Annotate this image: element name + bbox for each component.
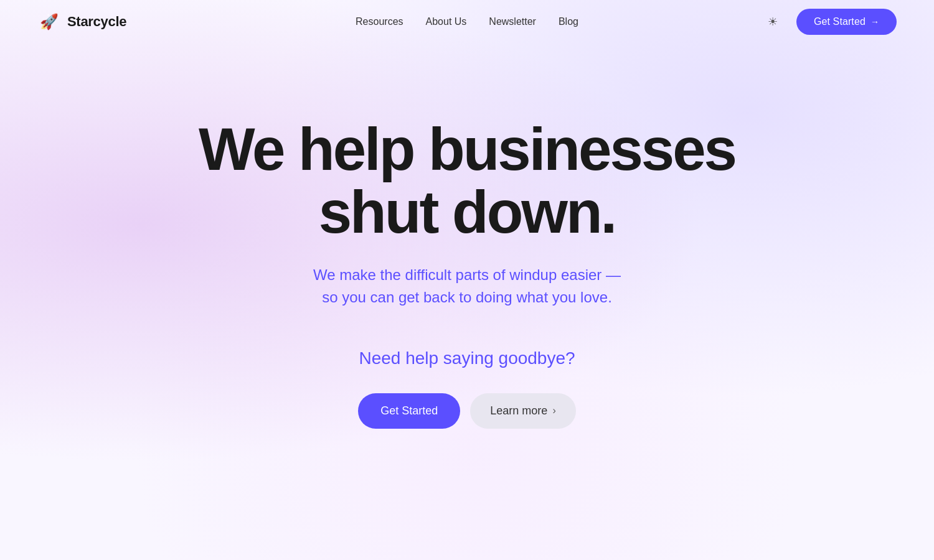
hero-get-started-button[interactable]: Get Started bbox=[358, 393, 460, 429]
hero-subtitle: We make the difficult parts of windup ea… bbox=[313, 264, 621, 309]
nav-cta-label: Get Started bbox=[814, 16, 866, 27]
navbar: 🚀 Starcycle Resources About Us Newslette… bbox=[0, 0, 934, 44]
nav-right: ☀ Get Started → bbox=[762, 9, 897, 35]
nav-link-blog[interactable]: Blog bbox=[559, 16, 578, 27]
need-help-text: Need help saying goodbye? bbox=[359, 348, 575, 368]
hero-title-line1: We help businesses bbox=[199, 116, 735, 182]
nav-link-resources[interactable]: Resources bbox=[356, 16, 403, 27]
theme-toggle-button[interactable]: ☀ bbox=[762, 11, 784, 33]
brand-logo[interactable]: 🚀 Starcycle bbox=[37, 10, 126, 34]
cta-buttons: Get Started Learn more › bbox=[358, 393, 575, 429]
nav-link-newsletter[interactable]: Newsletter bbox=[489, 16, 536, 27]
hero-subtitle-line2: so you can get back to doing what you lo… bbox=[322, 289, 612, 306]
hero-section: We help businesses shut down. We make th… bbox=[0, 44, 934, 429]
chevron-right-icon: › bbox=[552, 405, 555, 416]
nav-link-about[interactable]: About Us bbox=[426, 16, 467, 27]
nav-links: Resources About Us Newsletter Blog bbox=[356, 16, 578, 27]
sun-icon: ☀ bbox=[768, 15, 778, 29]
brand-name: Starcycle bbox=[67, 14, 126, 30]
nav-get-started-button[interactable]: Get Started → bbox=[796, 9, 897, 35]
hero-learn-more-button[interactable]: Learn more › bbox=[470, 393, 575, 429]
hero-title: We help businesses shut down. bbox=[199, 118, 735, 244]
nav-cta-arrow-icon: → bbox=[870, 17, 879, 27]
hero-subtitle-line1: We make the difficult parts of windup ea… bbox=[313, 266, 621, 283]
learn-more-label: Learn more bbox=[490, 404, 547, 418]
hero-title-line2: shut down. bbox=[319, 179, 616, 245]
logo-icon: 🚀 bbox=[37, 10, 61, 34]
